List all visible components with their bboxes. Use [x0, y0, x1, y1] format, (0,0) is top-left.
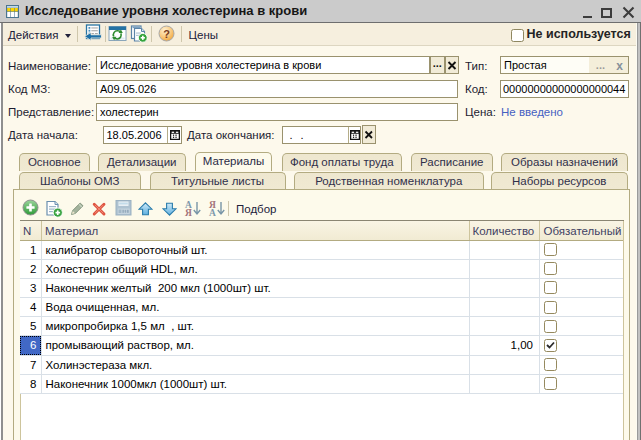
svg-text:?: ? [163, 28, 170, 40]
